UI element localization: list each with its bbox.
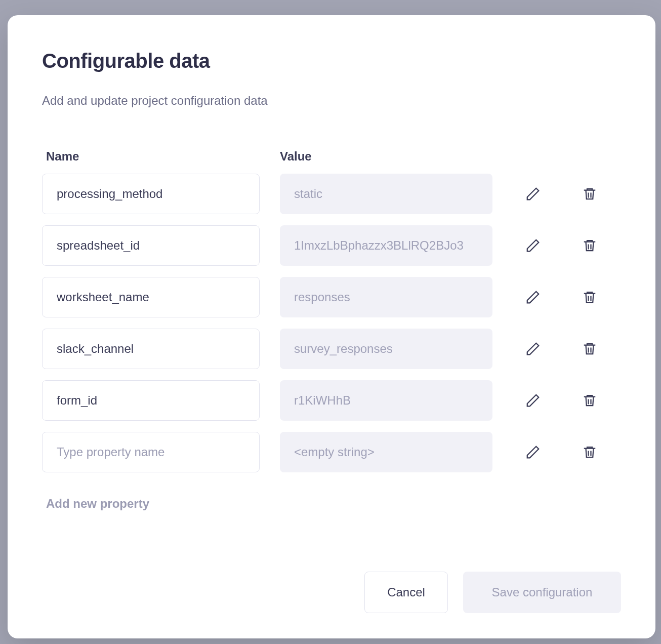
modal-title: Configurable data (42, 50, 621, 72)
pencil-icon (525, 186, 541, 202)
property-value-display: responses (280, 277, 492, 317)
rows-container: static 1ImxzLbBphazzx3BLlRQ2BJo3 respons… (42, 174, 621, 472)
pencil-icon (525, 445, 541, 460)
pencil-icon (525, 393, 541, 408)
modal-subtitle: Add and update project configuration dat… (42, 94, 621, 108)
delete-button[interactable] (580, 339, 600, 359)
config-modal: Configurable data Add and update project… (8, 15, 655, 638)
property-name-input[interactable] (42, 225, 260, 266)
edit-button[interactable] (523, 287, 543, 307)
table-header: Name Value (42, 149, 621, 164)
save-configuration-button[interactable]: Save configuration (463, 572, 621, 613)
add-new-property-button[interactable]: Add new property (42, 497, 149, 511)
trash-icon (582, 445, 597, 460)
new-property-row: <empty string> (42, 432, 621, 472)
trash-icon (582, 186, 597, 202)
new-property-value-display: <empty string> (280, 432, 492, 472)
delete-button[interactable] (580, 442, 600, 462)
pencil-icon (525, 290, 541, 305)
property-value-display: 1ImxzLbBphazzx3BLlRQ2BJo3 (280, 225, 492, 266)
edit-button[interactable] (523, 442, 543, 462)
property-value-display: static (280, 174, 492, 214)
property-name-input[interactable] (42, 380, 260, 421)
property-value-display: r1KiWHhB (280, 380, 492, 421)
pencil-icon (525, 238, 541, 253)
trash-icon (582, 290, 597, 305)
delete-button[interactable] (580, 235, 600, 256)
edit-button[interactable] (523, 235, 543, 256)
property-name-input[interactable] (42, 329, 260, 369)
modal-footer: Cancel Save configuration (42, 572, 621, 613)
edit-button[interactable] (523, 184, 543, 204)
trash-icon (582, 393, 597, 408)
property-name-input[interactable] (42, 174, 260, 214)
edit-button[interactable] (523, 339, 543, 359)
property-value-display: survey_responses (280, 329, 492, 369)
delete-button[interactable] (580, 390, 600, 411)
column-header-name: Name (42, 149, 280, 164)
table-row: 1ImxzLbBphazzx3BLlRQ2BJo3 (42, 225, 621, 266)
pencil-icon (525, 341, 541, 356)
column-header-value: Value (280, 149, 621, 164)
trash-icon (582, 238, 597, 253)
delete-button[interactable] (580, 287, 600, 307)
table-row: responses (42, 277, 621, 317)
new-property-name-input[interactable] (42, 432, 260, 472)
cancel-button[interactable]: Cancel (364, 572, 448, 613)
table-row: static (42, 174, 621, 214)
property-name-input[interactable] (42, 277, 260, 317)
delete-button[interactable] (580, 184, 600, 204)
table-row: survey_responses (42, 329, 621, 369)
table-row: r1KiWHhB (42, 380, 621, 421)
edit-button[interactable] (523, 390, 543, 411)
trash-icon (582, 341, 597, 356)
